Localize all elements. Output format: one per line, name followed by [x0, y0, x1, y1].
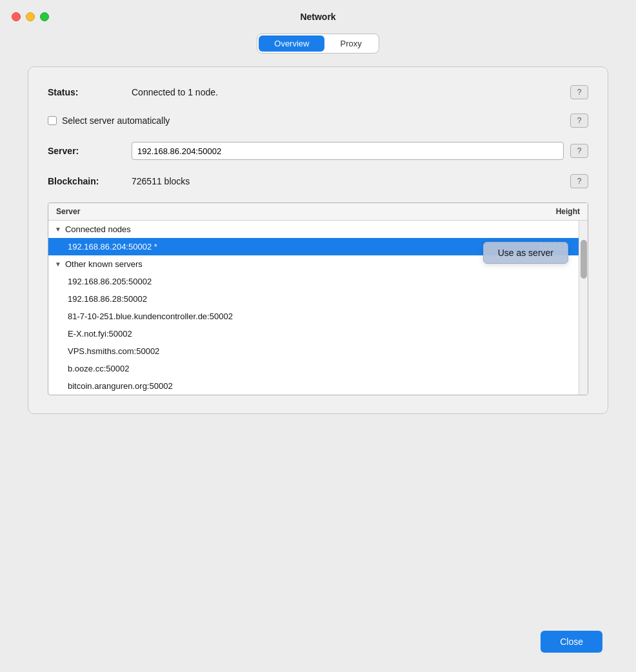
list-item[interactable]: b.ooze.cc:50002 — [48, 360, 588, 377]
list-item[interactable]: 192.168.86.28:50002 — [48, 290, 588, 308]
list-item[interactable]: 192.168.86.205:50002 — [48, 273, 588, 290]
select-server-auto-checkbox[interactable] — [48, 116, 57, 125]
list-item[interactable]: E-X.not.fyi:50002 — [48, 325, 588, 342]
chevron-connected-nodes: ▼ — [55, 226, 61, 233]
status-label: Status: — [48, 87, 132, 97]
status-row: Status: Connected to 1 node. ? — [48, 85, 588, 99]
status-help-button[interactable]: ? — [570, 85, 588, 99]
scrollbar-thumb[interactable] — [581, 240, 587, 279]
scrollbar[interactable] — [579, 221, 588, 395]
server-address-2: 192.168.86.28:50002 — [68, 294, 580, 304]
blockchain-value: 726511 blocks — [132, 176, 564, 186]
chevron-other-servers: ▼ — [55, 261, 61, 268]
blockchain-help-button[interactable]: ? — [570, 174, 588, 188]
minimize-window-button[interactable] — [26, 12, 35, 21]
close-button[interactable]: Close — [541, 631, 602, 653]
main-window: Network Overview Proxy Status: Connected… — [0, 0, 636, 672]
list-content: ▼ Connected nodes 192.168.86.204:50002 *… — [48, 221, 588, 395]
maximize-window-button[interactable] — [40, 12, 49, 21]
blockchain-label: Blockchain: — [48, 176, 132, 186]
list-item[interactable]: VPS.hsmiths.com:50002 — [48, 342, 588, 360]
server-row: Server: ? — [48, 142, 588, 160]
select-server-help-button[interactable]: ? — [570, 114, 588, 128]
window-title: Network — [300, 12, 335, 22]
traffic-lights — [12, 12, 49, 21]
tab-bar: Overview Proxy — [257, 34, 379, 54]
close-window-button[interactable] — [12, 12, 21, 21]
main-panel: Status: Connected to 1 node. ? Select se… — [28, 66, 608, 414]
server-address-5: VPS.hsmiths.com:50002 — [68, 346, 580, 356]
group-other-servers-label: Other known servers — [65, 259, 143, 269]
server-input[interactable] — [132, 142, 564, 160]
titlebar: Network — [0, 0, 636, 34]
tab-overview[interactable]: Overview — [259, 35, 324, 52]
height-column-header: Height — [556, 207, 580, 216]
server-column-header: Server — [56, 207, 80, 216]
list-item[interactable]: 81-7-10-251.blue.kundencontroller.de:500… — [48, 308, 588, 325]
server-address-6: b.ooze.cc:50002 — [68, 364, 580, 373]
select-server-auto-label: Select server automatically — [62, 115, 559, 126]
group-connected-nodes-label: Connected nodes — [65, 224, 131, 234]
status-value: Connected to 1 node. — [132, 87, 564, 97]
server-address-1: 192.168.86.205:50002 — [68, 277, 580, 286]
connected-server-address: 192.168.86.204:50002 * — [68, 242, 539, 252]
server-address-3: 81-7-10-251.blue.kundencontroller.de:500… — [68, 311, 580, 321]
list-item[interactable]: bitcoin.aranguren.org:50002 — [48, 377, 588, 395]
server-help-button[interactable]: ? — [570, 144, 588, 158]
group-connected-nodes: ▼ Connected nodes — [48, 221, 588, 238]
blockchain-row: Blockchain: 726511 blocks ? — [48, 174, 588, 188]
server-list: Server Height ▼ Connected nodes 192.168.… — [48, 203, 588, 395]
select-server-auto-row: Select server automatically ? — [48, 114, 588, 128]
server-address-4: E-X.not.fyi:50002 — [68, 329, 580, 339]
server-address-7: bitcoin.aranguren.org:50002 — [68, 381, 580, 391]
tab-proxy[interactable]: Proxy — [324, 35, 377, 52]
server-label: Server: — [48, 146, 132, 156]
use-as-server-button[interactable]: Use as server — [483, 242, 568, 264]
list-header: Server Height — [48, 203, 588, 221]
connected-server-row[interactable]: 192.168.86.204:50002 * 726511 Use as ser… — [48, 238, 588, 255]
